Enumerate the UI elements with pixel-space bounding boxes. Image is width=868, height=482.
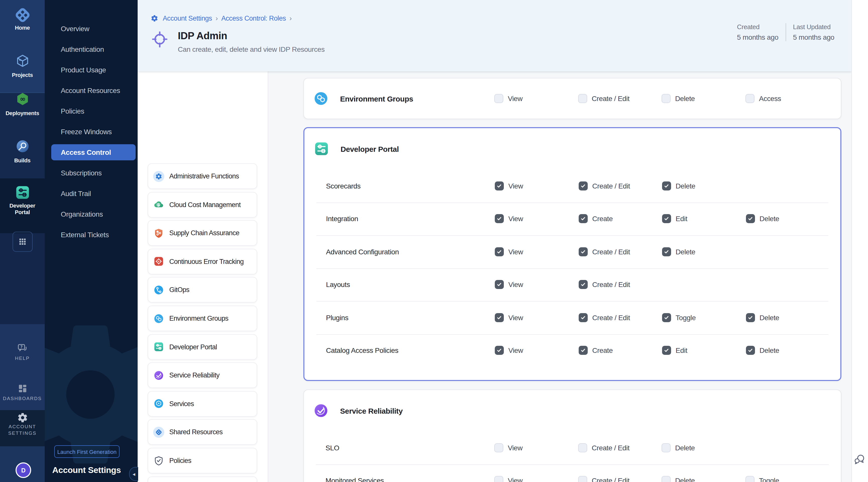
checkbox-label: Delete (675, 94, 695, 102)
sidebar-item-dashboards[interactable] (0, 383, 45, 396)
sidebar-item-help[interactable]: ? (0, 342, 45, 356)
permission-row-advanced-configuration: Advanced ConfigurationViewCreate / EditD… (304, 235, 840, 268)
resource-card-shared-resources[interactable]: Shared Resources (148, 419, 257, 445)
resource-card-continuous-error-tracking[interactable]: Continuous Error Tracking (148, 249, 257, 274)
checkbox-view[interactable] (495, 346, 504, 355)
checkbox-view[interactable] (494, 476, 503, 482)
resource-card-feature-flags[interactable]: Feature Flags (148, 476, 257, 482)
checkbox-create-edit[interactable] (579, 247, 588, 256)
sidebar-item-developer-portal[interactable] (0, 184, 45, 203)
nav-item-authentication[interactable]: Authentication (51, 41, 135, 57)
checkbox-label: View (508, 248, 523, 256)
checkbox-view[interactable] (495, 313, 504, 322)
checkbox-label: View (508, 94, 523, 102)
checkbox-view[interactable] (495, 280, 504, 289)
checkbox-create-edit[interactable] (579, 313, 588, 322)
avatar[interactable]: D (16, 462, 31, 478)
launch-first-generation-button[interactable]: Launch First Generation (54, 445, 120, 458)
resource-card-developer-portal[interactable]: Developer Portal (148, 334, 257, 360)
nav-item-freeze-windows[interactable]: Freeze Windows (51, 124, 135, 140)
checkbox-view[interactable] (495, 214, 504, 223)
permission-view: View (495, 313, 523, 322)
section-header-environment-groups: Environment Groups (313, 79, 413, 119)
checkbox-create-edit[interactable] (578, 476, 587, 482)
breadcrumb-access-control-roles[interactable]: Access Control: Roles (221, 14, 286, 22)
resource-card-administrative-functions[interactable]: Administrative Functions (148, 163, 257, 189)
checkbox-toggle[interactable] (745, 476, 754, 482)
checkbox-create[interactable] (579, 346, 588, 355)
permission-delete: Delete (662, 247, 695, 256)
chevron-left-icon: ◀ (133, 472, 135, 476)
permission-view: View (495, 214, 523, 223)
checkbox-delete[interactable] (661, 443, 671, 452)
checkbox-access[interactable] (745, 94, 754, 103)
resource-card-environment-groups[interactable]: Environment Groups (148, 306, 257, 331)
sidebar-item-label-text: HELP (1, 355, 43, 361)
checkbox-label: View (508, 477, 523, 482)
section-header-developer-portal: Developer Portal (313, 128, 399, 170)
permission-row-label: Integration (326, 215, 358, 223)
checkbox-label: Edit (676, 347, 687, 355)
error-target-icon (153, 256, 164, 267)
breadcrumb-account-settings[interactable]: Account Settings (163, 14, 212, 22)
resource-card-cloud-cost-management[interactable]: $Cloud Cost Management (148, 192, 257, 217)
resource-card-supply-chain-assurance[interactable]: Supply Chain Assurance (148, 220, 257, 246)
support-chat-icon[interactable] (853, 453, 866, 466)
sidebar-item-deployments[interactable]: ∞ (0, 91, 45, 109)
permission-row-label: SLO (326, 444, 339, 452)
resource-card-label: Continuous Error Tracking (169, 258, 244, 265)
permission-delete: Delete (746, 313, 779, 322)
sidebar-item-home[interactable] (0, 6, 45, 26)
checkbox-view[interactable] (494, 443, 503, 452)
checkbox-delete[interactable] (661, 94, 671, 103)
nav-item-external-tickets[interactable]: External Tickets (51, 227, 135, 243)
resource-card-service-reliability[interactable]: Service Reliability (148, 362, 257, 388)
resource-card-services[interactable]: Services (148, 391, 257, 417)
nav-item-access-control[interactable]: Access Control (51, 144, 135, 160)
sidebar-item-module-grid[interactable] (12, 232, 33, 252)
checkbox-delete[interactable] (746, 313, 755, 322)
permission-view: View (495, 280, 523, 289)
resource-card-gitops[interactable]: GitOps (148, 277, 257, 303)
checkbox-label: View (508, 313, 523, 322)
checkbox-create[interactable] (579, 214, 588, 223)
sidebar-item-projects[interactable] (0, 53, 45, 70)
nav-item-audit-trail[interactable]: Audit Trail (51, 185, 135, 202)
permission-edit: Edit (662, 214, 687, 223)
checkbox-delete[interactable] (662, 247, 671, 256)
checkbox-edit[interactable] (662, 214, 671, 223)
nav-item-product-usage[interactable]: Product Usage (51, 62, 135, 78)
permission-row-layouts: LayoutsViewCreate / Edit (304, 268, 840, 301)
hexagon-group-icon (153, 313, 164, 324)
checkbox-delete[interactable] (746, 346, 755, 355)
checkbox-toggle[interactable] (662, 313, 671, 322)
checkbox-label: View (508, 444, 523, 452)
row-divider (316, 301, 828, 302)
permission-create-edit: Create / Edit (579, 181, 630, 190)
checkbox-create-edit[interactable] (579, 181, 588, 190)
nav-item-subscriptions[interactable]: Subscriptions (51, 165, 135, 181)
checkbox-edit[interactable] (662, 346, 671, 355)
permission-create-edit: Create / Edit (579, 247, 630, 256)
deployments-hexagon-icon: ∞ (15, 91, 30, 107)
permission-create-edit: Create / Edit (579, 280, 630, 289)
nav-item-policies[interactable]: Policies (51, 103, 135, 119)
checkbox-view[interactable] (494, 94, 503, 103)
permission-toggle: Toggle (662, 313, 696, 322)
checkbox-view[interactable] (495, 247, 504, 256)
checkbox-delete[interactable] (746, 214, 755, 223)
checkbox-label: View (508, 347, 523, 355)
checkbox-create-edit[interactable] (578, 94, 587, 103)
resource-card-policies[interactable]: Policies (148, 448, 257, 474)
checkbox-create-edit[interactable] (578, 443, 587, 452)
permission-row-label: Catalog Access Policies (326, 347, 398, 355)
nav-item-account-resources[interactable]: Account Resources (51, 83, 135, 98)
checkbox-view[interactable] (495, 181, 504, 190)
nav-item-organizations[interactable]: Organizations (51, 206, 135, 222)
sidebar-item-builds[interactable] (0, 139, 45, 156)
dashboards-tiles-icon (17, 383, 28, 394)
checkbox-create-edit[interactable] (579, 280, 588, 289)
nav-item-overview[interactable]: Overview (51, 21, 135, 37)
checkbox-delete[interactable] (662, 181, 671, 190)
checkbox-delete[interactable] (661, 476, 671, 482)
